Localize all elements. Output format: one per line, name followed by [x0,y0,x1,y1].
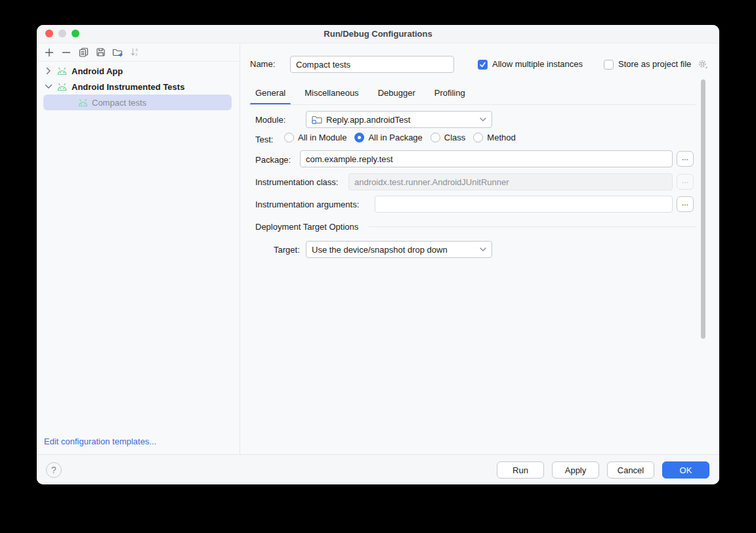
name-label: Name: [250,59,275,69]
radio-all-in-package[interactable]: All in Package [354,133,422,142]
run-button[interactable]: Run [497,461,544,479]
package-input[interactable] [300,150,673,167]
new-folder-button[interactable] [109,45,126,60]
copy-configuration-button[interactable] [75,45,92,60]
section-separator [369,226,696,227]
apply-button[interactable]: Apply [552,461,599,479]
chevron-down-icon [480,247,486,251]
radio-icon [354,133,364,142]
sidebar-item-label: Android Instrumented Tests [72,82,184,92]
instrumentation-arguments-browse-button[interactable]: ... [677,196,694,212]
name-input[interactable] [290,56,454,73]
radio-icon [473,133,483,142]
minus-icon [62,48,71,57]
tabs-separator [250,104,696,105]
radio-label: Method [487,133,515,142]
target-label: Target: [274,245,300,255]
configuration-tabs: General Miscellaneous Debugger Profiling [250,84,479,105]
help-icon: ? [51,465,56,475]
svg-text:a: a [135,47,138,52]
instrumentation-class-label: Instrumentation class: [255,177,338,187]
module-folder-icon [312,115,322,125]
radio-label: All in Module [298,133,346,142]
checkmark-icon [479,61,486,68]
sort-alphabetically-icon: a z [130,47,140,57]
store-as-project-file-checkbox[interactable] [604,60,614,70]
edit-configuration-templates-link[interactable]: Edit configuration templates... [44,437,156,446]
tab-miscellaneous[interactable]: Miscellaneous [299,84,364,105]
sidebar-item-label: Compact tests [92,98,146,108]
sidebar-item-android-instrumented-tests[interactable]: Android Instrumented Tests [37,79,240,95]
package-label: Package: [255,155,291,165]
android-icon [56,83,68,91]
plus-icon [45,48,54,57]
radio-method[interactable]: Method [473,133,515,142]
android-icon [77,98,89,107]
chevron-down-icon[interactable] [43,84,54,89]
svg-text:z: z [135,52,137,56]
ok-button[interactable]: OK [662,461,709,479]
tab-debugger[interactable]: Debugger [373,84,421,105]
chevron-right-icon[interactable] [43,67,54,75]
new-folder-icon [112,47,123,57]
instrumentation-arguments-input[interactable] [375,196,673,213]
tab-profiling[interactable]: Profiling [429,84,471,105]
instrumentation-arguments-label: Instrumentation arguments: [255,200,359,209]
store-settings-gear-button[interactable] [698,59,708,70]
sidebar-item-android-app[interactable]: Android App [37,63,240,79]
save-icon [96,47,106,57]
package-browse-button[interactable]: ... [677,151,694,167]
test-radio-group: All in Module All in Package Class Metho… [284,133,516,142]
window-title: Run/Debug Configurations [37,25,719,43]
radio-label: Class [444,133,466,142]
run-debug-configurations-dialog: Run/Debug Configurations [37,25,719,484]
add-configuration-button[interactable] [41,45,58,60]
instrumentation-class-input [348,173,673,190]
target-value: Use the device/snapshot drop down [312,245,480,255]
radio-label: All in Package [368,133,422,142]
titlebar: Run/Debug Configurations [37,25,719,43]
radio-class[interactable]: Class [430,133,466,142]
help-button[interactable]: ? [46,462,62,478]
configuration-form: Name: Allow multiple instances Store as … [240,43,719,454]
test-label: Test: [255,135,273,144]
save-configuration-button[interactable] [92,45,109,60]
copy-icon [79,47,89,57]
module-label: Module: [255,115,285,125]
tab-general[interactable]: General [250,84,291,105]
sidebar-item-compact-tests[interactable]: Compact tests [43,95,232,110]
dialog-footer: ? Run Apply Cancel OK [37,454,719,484]
deployment-target-options-header: Deployment Target Options [255,222,358,232]
module-dropdown[interactable]: Reply.app.androidTest [306,111,492,128]
module-value: Reply.app.androidTest [326,115,480,125]
vertical-scrollbar[interactable] [701,79,705,339]
configurations-sidebar: a z Android App [37,43,240,454]
cancel-button[interactable]: Cancel [607,461,654,479]
radio-icon [284,133,294,142]
radio-icon [430,133,440,142]
allow-multiple-instances-checkbox[interactable] [478,60,488,70]
remove-configuration-button[interactable] [58,45,75,60]
sidebar-toolbar: a z [37,43,240,62]
chevron-down-icon [480,117,486,121]
sort-configurations-button[interactable]: a z [126,45,143,60]
android-icon [56,67,68,75]
footer-buttons: Run Apply Cancel OK [497,461,709,479]
target-dropdown[interactable]: Use the device/snapshot drop down [306,241,492,258]
instrumentation-class-browse-button: ... [677,174,694,190]
gear-icon [698,59,708,70]
allow-multiple-instances-label: Allow multiple instances [492,59,583,69]
sidebar-item-label: Android App [72,66,123,76]
radio-all-in-module[interactable]: All in Module [284,133,346,142]
store-as-project-file-label: Store as project file [618,59,691,69]
